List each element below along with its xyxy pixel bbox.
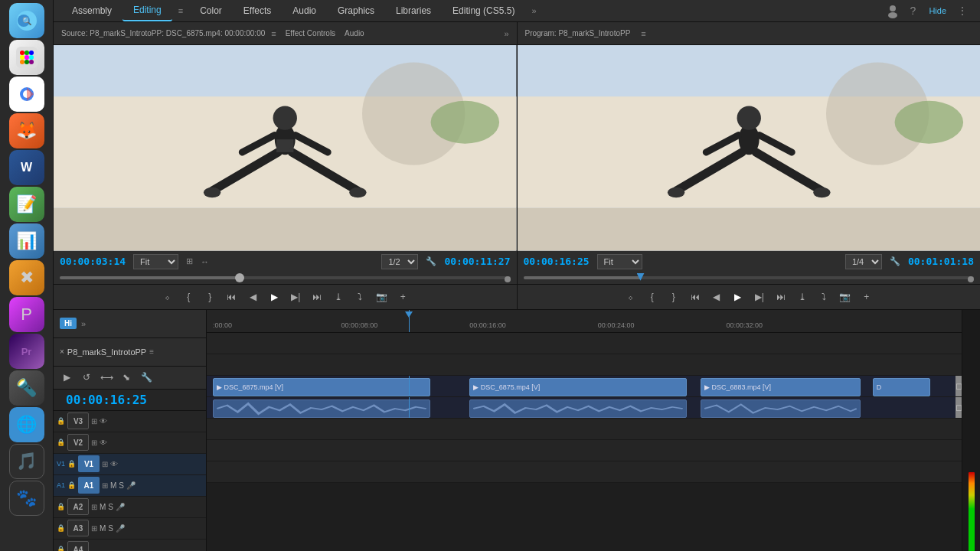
source-wrench-icon[interactable]: 🔧 (426, 256, 436, 266)
v2-label[interactable]: V2 (67, 434, 89, 451)
a1-mic-icon[interactable]: 🎤 (126, 481, 136, 490)
v1-eye-icon[interactable]: 👁 (110, 460, 118, 468)
source-next-btn[interactable]: ⏭ (308, 288, 326, 306)
sequence-close-icon[interactable]: × (60, 347, 64, 356)
program-add-btn[interactable]: + (858, 288, 876, 306)
source-mark-right-btn[interactable]: } (201, 288, 219, 306)
menu-assembly[interactable]: Assembly (61, 1, 122, 21)
program-lift-btn[interactable]: ⤓ (793, 288, 812, 306)
v1-label[interactable]: V1 (78, 455, 100, 472)
v1-clip-1[interactable]: ▶ DSC_6875.mp4 [V] (213, 378, 430, 396)
source-step-back-btn[interactable]: ◀ (243, 288, 262, 306)
effect-controls-tab[interactable]: Effect Controls (283, 29, 338, 37)
a3-visibility-icon[interactable]: ⊞ (91, 524, 97, 533)
v1-lock-icon[interactable]: 🔒 (67, 460, 76, 468)
menu-libraries[interactable]: Libraries (385, 1, 442, 21)
source-prev-btn[interactable]: ⏮ (222, 288, 240, 306)
spotlight-icon[interactable]: 🔦 (9, 370, 44, 406)
sequence-menu-icon[interactable]: ≡ (149, 347, 154, 356)
program-next-btn[interactable]: ⏭ (772, 288, 790, 306)
v1-sync-icon[interactable]: V1 (57, 460, 65, 468)
program-prev-btn[interactable]: ⏮ (686, 288, 704, 306)
program-fit-select[interactable]: Fit 25% 50% 100% (597, 254, 642, 269)
program-extract-btn[interactable]: ⤵ (815, 288, 833, 306)
track-select-tool[interactable]: ↺ (78, 369, 95, 386)
safari-icon[interactable]: 🌐 (9, 407, 44, 442)
help-icon[interactable]: ? (903, 1, 923, 21)
finder-icon[interactable]: 🔍 (9, 3, 44, 38)
program-ratio-select[interactable]: 1/4 1/2 Full (845, 254, 882, 269)
v1-clip-3[interactable]: ▶ DSC_6883.mp4 [V] (701, 378, 861, 396)
source-insert-btn[interactable]: ⤓ (329, 288, 348, 306)
program-step-fwd-btn[interactable]: ▶| (750, 288, 769, 306)
a2-visibility-icon[interactable]: ⊞ (91, 503, 97, 511)
chart-icon[interactable]: 📊 (9, 223, 44, 259)
program-mark-in-btn[interactable]: ⬦ (622, 288, 640, 306)
orange-icon[interactable]: ✖ (9, 260, 44, 295)
a1-lock-icon[interactable]: 🔒 (67, 481, 76, 489)
v3-visibility-icon[interactable]: ⊞ (91, 417, 97, 425)
menu-graphics[interactable]: Graphics (327, 1, 385, 21)
source-playhead-handle[interactable] (235, 273, 244, 282)
razor-tool[interactable]: ⬊ (118, 369, 135, 386)
a1-clip-1[interactable] (213, 399, 430, 418)
a4-lock-icon[interactable]: 🔒 (57, 546, 65, 551)
firefox-icon[interactable]: 🦊 (9, 113, 44, 148)
a1-sync-icon[interactable]: A1 (57, 481, 65, 489)
source-end-handle[interactable] (505, 276, 511, 282)
menu-editing[interactable]: Editing (122, 0, 172, 21)
program-wrench-icon[interactable]: 🔧 (890, 256, 900, 266)
a4-label[interactable]: A4 (67, 541, 89, 551)
menu-audio[interactable]: Audio (282, 1, 327, 21)
v1-clip-4[interactable]: D (873, 378, 930, 396)
v2-eye-icon[interactable]: 👁 (100, 439, 107, 447)
purple-icon[interactable]: P (9, 297, 44, 332)
hi-label[interactable]: Hi (60, 318, 77, 329)
a1-label[interactable]: A1 (78, 477, 100, 494)
program-progress-bar[interactable] (518, 272, 981, 285)
notes-icon[interactable]: 📝 (9, 187, 44, 222)
dark-icon[interactable]: 🎵 (9, 444, 44, 479)
menu-effects[interactable]: Effects (233, 1, 282, 21)
menu-color[interactable]: Color (189, 1, 233, 21)
program-mark-right-btn[interactable]: } (665, 288, 683, 306)
source-mark-in-btn[interactable]: ⬦ (158, 288, 176, 306)
user-icon[interactable] (883, 1, 903, 21)
v1-visibility-icon[interactable]: ⊞ (102, 460, 108, 468)
program-end-handle[interactable] (968, 276, 974, 282)
v3-lock-icon[interactable]: 🔒 (57, 417, 65, 425)
a2-lock-icon[interactable]: 🔒 (57, 503, 65, 510)
word-icon[interactable]: W (9, 150, 44, 185)
source-fit-select[interactable]: Fit 25% 50% 75% 100% (133, 254, 178, 269)
source-zoom-icon[interactable]: ↔ (201, 257, 209, 266)
audio-tab[interactable]: Audio (345, 29, 364, 37)
source-play-btn[interactable]: ▶ (265, 288, 283, 306)
a3-lock-icon[interactable]: 🔒 (57, 524, 65, 532)
premiere-icon[interactable]: Pr (9, 334, 44, 369)
v3-label[interactable]: V3 (67, 412, 89, 429)
v1-clip-2[interactable]: ▶ DSC_6875.mp4 [V] (469, 378, 687, 396)
a1-clip-3[interactable] (701, 399, 861, 418)
ripple-tool[interactable]: ⟷ (98, 369, 115, 386)
launchpad-icon[interactable] (9, 40, 44, 75)
a1-visibility-icon[interactable]: ⊞ (102, 481, 108, 490)
source-mark-left-btn[interactable]: { (179, 288, 198, 306)
a3-label[interactable]: A3 (67, 520, 89, 536)
program-mark-left-btn[interactable]: { (643, 288, 662, 306)
editing-menu-icon[interactable]: ≡ (172, 2, 189, 20)
program-menu-icon[interactable]: ≡ (641, 29, 645, 38)
wrench-tool[interactable]: 🔧 (138, 369, 155, 386)
v2-lock-icon[interactable]: 🔒 (57, 439, 65, 446)
a2-label[interactable]: A2 (67, 498, 89, 515)
program-step-back-btn[interactable]: ◀ (707, 288, 726, 306)
selection-tool[interactable]: ▶ (58, 369, 75, 386)
hide-button[interactable]: Hide (923, 6, 952, 15)
system-icon[interactable]: 🐾 (9, 481, 44, 516)
a1-clip-2[interactable] (469, 399, 687, 418)
program-play-btn[interactable]: ▶ (729, 288, 747, 306)
a3-mic-icon[interactable]: 🎤 (116, 524, 125, 533)
source-overwrite-btn[interactable]: ⤵ (351, 288, 369, 306)
v3-eye-icon[interactable]: 👁 (100, 417, 107, 425)
source-camera-btn[interactable]: 📷 (372, 288, 390, 306)
source-expand-icon[interactable]: ≡ (271, 29, 276, 38)
